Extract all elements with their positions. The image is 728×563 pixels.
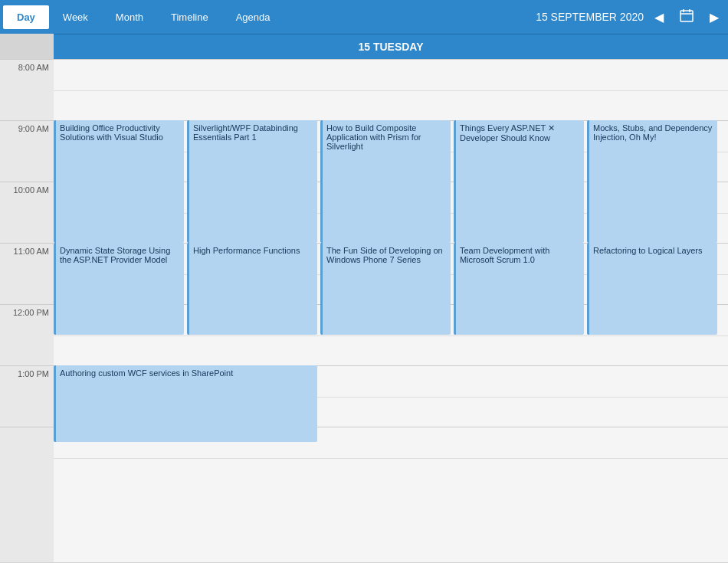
calendar-event-e11[interactable]: Authoring custom WCF services in SharePo… [54,365,317,442]
calendar-event-e4[interactable]: Things Every ASP.NET ✕ Developer Should … [454,120,584,243]
time-12pm: 12:00 PM [0,304,54,365]
calendar-event-e1[interactable]: Building Office Productivity Solutions w… [54,120,184,243]
time-8am: 8:00 AM [0,59,54,120]
calendar-body[interactable]: 8:00 AM 9:00 AM 10:00 AM 11:00 AM 12:00 … [0,59,728,562]
calendar-picker-button[interactable] [674,5,699,29]
view-day-button[interactable]: Day [3,5,49,29]
events-column: Building Office Productivity Solutions w… [54,59,728,562]
next-date-button[interactable]: ▶ [703,7,725,28]
time-11am: 11:00 AM [0,243,54,304]
view-timeline-button[interactable]: Timeline [157,5,222,29]
calendar-event-e6[interactable]: Dynamic State Storage Using the ASP.NET … [54,243,184,335]
prev-date-button[interactable]: ◀ [648,7,670,28]
day-header: 15 TUESDAY [54,34,728,59]
date-navigation: 15 SEPTEMBER 2020 ◀ ▶ [536,5,725,29]
calendar-event-e7[interactable]: High Performance Functions [187,243,317,335]
events-grid: Building Office Productivity Solutions w… [54,59,720,562]
calendar-event-e9[interactable]: Team Development with Microsoft Scrum 1.… [454,243,584,335]
calendar-event-e2[interactable]: Silverlight/WPF Databinding Essentials P… [187,120,317,243]
calendar-event-e10[interactable]: Refactoring to Logical Layers [587,243,717,335]
time-10am: 10:00 AM [0,182,54,243]
time-2pm [0,427,54,488]
svg-rect-0 [680,11,693,21]
time-9am: 9:00 AM [0,120,54,182]
view-week-button[interactable]: Week [49,5,102,29]
toolbar: Day Week Month Timeline Agenda 15 SEPTEM… [0,0,728,34]
calendar-event-e5[interactable]: Mocks, Stubs, and Dependency Injection, … [587,120,717,243]
current-date-label: 15 SEPTEMBER 2020 [536,11,644,23]
view-agenda-button[interactable]: Agenda [222,5,284,29]
calendar-event-e3[interactable]: How to Build Composite Application with … [320,120,451,243]
calendar-event-e8[interactable]: The Fun Side of Developing on Windows Ph… [320,243,451,335]
view-month-button[interactable]: Month [102,5,157,29]
time-column: 8:00 AM 9:00 AM 10:00 AM 11:00 AM 12:00 … [0,59,54,562]
time-1pm: 1:00 PM [0,365,54,427]
